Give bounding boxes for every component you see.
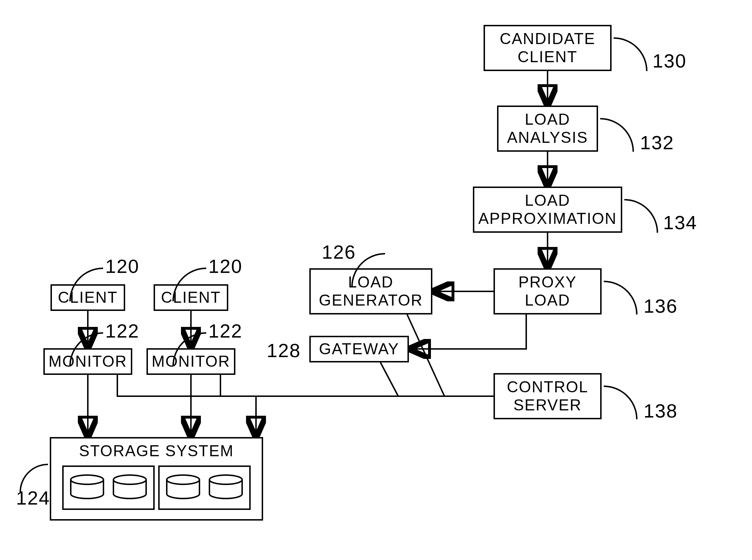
gateway-box: GATEWAY — [309, 336, 409, 362]
ref-candidate-client: 130 — [652, 50, 687, 72]
ref-proxy-load: 136 — [644, 295, 678, 317]
ref-gateway: 128 — [267, 339, 301, 361]
control-server-box: CONTROLSERVER — [494, 373, 602, 419]
lead-line — [624, 199, 658, 233]
ref-monitor-2: 122 — [208, 320, 242, 342]
storage-system-label: STORAGE SYSTEM — [79, 442, 234, 460]
disk-icon — [165, 474, 201, 501]
gateway-label: GATEWAY — [319, 340, 399, 358]
lead-line — [20, 464, 48, 492]
lead-line — [69, 332, 103, 366]
load-analysis-box: LOADANALYSIS — [497, 106, 598, 152]
ref-monitor-1: 122 — [105, 320, 139, 342]
lead-line — [351, 253, 385, 287]
svg-point-3 — [209, 475, 242, 484]
control-server-label: CONTROLSERVER — [507, 378, 588, 414]
ref-load-approximation: 134 — [663, 211, 697, 233]
load-approximation-label: LOADAPPROXIMATION — [478, 192, 617, 227]
disk-icon — [69, 474, 105, 501]
candidate-client-label: CANDIDATECLIENT — [500, 30, 596, 66]
load-analysis-label: LOADANALYSIS — [507, 111, 588, 146]
disk-icon — [208, 474, 244, 501]
disk-icon — [112, 474, 148, 501]
lead-line — [600, 118, 634, 152]
proxy-load-label: PROXYLOAD — [518, 273, 577, 309]
lead-line — [604, 281, 638, 314]
svg-line-13 — [407, 314, 444, 396]
ref-client-1: 120 — [105, 255, 139, 277]
proxy-load-box: PROXYLOAD — [494, 268, 602, 314]
svg-line-14 — [380, 362, 398, 396]
ref-client-2: 120 — [208, 255, 242, 277]
load-approximation-box: LOADAPPROXIMATION — [473, 187, 622, 233]
lead-line — [604, 386, 638, 419]
lead-line — [69, 268, 103, 301]
ref-load-generator: 126 — [322, 241, 356, 263]
ref-control-server: 138 — [644, 400, 678, 422]
svg-point-1 — [113, 475, 146, 484]
svg-point-0 — [71, 475, 103, 484]
lead-line — [172, 332, 206, 366]
candidate-client-box: CANDIDATECLIENT — [484, 25, 612, 71]
ref-load-analysis: 132 — [640, 131, 674, 154]
lead-line — [172, 268, 206, 301]
svg-point-2 — [167, 475, 199, 484]
lead-line — [614, 37, 647, 71]
